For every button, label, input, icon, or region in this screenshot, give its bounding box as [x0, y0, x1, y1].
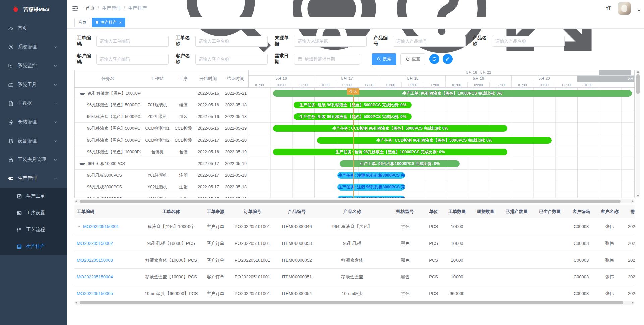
gantt-task-name: 96孔移液盒【黑色】5000PCS — [87, 111, 141, 123]
filter-label: 客户编码 — [77, 53, 94, 65]
work-order-link[interactable]: MO202205150003 — [77, 258, 113, 263]
tab-首页[interactable]: 首页 — [74, 18, 90, 27]
sidebar-item-label: 生产排产 — [26, 243, 45, 250]
sidebar-item-equipment[interactable]: 设备管理 — [0, 131, 67, 150]
sidebar-item-home[interactable]: 首页 — [0, 19, 67, 38]
gantt-cell-proc: 注塑 — [173, 170, 194, 181]
sidebar-item-system-monitor[interactable]: 系统监控 — [0, 56, 67, 75]
table-horizontal-scrollbar[interactable] — [74, 301, 635, 305]
gantt-bar-task[interactable]: 生产任务: 包装 96孔移液盒【黑色】10000PCS 完成比例: 0% — [273, 149, 508, 155]
refresh-gantt-button[interactable] — [429, 54, 439, 64]
breadcrumb-item[interactable]: 生产排产 — [128, 5, 147, 11]
gantt-bar-label: 生产工单: 96孔孔板10000PCS 完成比例: 0% — [360, 161, 440, 167]
filter-input[interactable] — [195, 36, 268, 47]
work-order-link[interactable]: MO202205150005 — [77, 291, 113, 296]
avatar[interactable] — [618, 2, 631, 15]
filter-input[interactable] — [96, 36, 169, 47]
scroll-up-arrow-icon[interactable] — [637, 71, 639, 73]
table-header-cell: 需求日期 — [624, 209, 635, 215]
image-icon — [17, 210, 22, 216]
row-expand-chevron-icon[interactable] — [77, 224, 81, 229]
edit-schedule-button[interactable] — [443, 54, 453, 64]
gantt-bar-label: 生产工单: 96孔移液盒【黑色】10000PCS 完成比例: 0% — [402, 91, 502, 96]
breadcrumb-item[interactable]: 首页 — [85, 5, 95, 11]
work-order-link[interactable]: MO202205150001 — [83, 224, 119, 229]
gantt-cell-end: 2022-05-18 — [223, 170, 249, 181]
task-name-text: 96孔移液盒【黑色】5000PCS — [87, 111, 141, 123]
tab-close-icon[interactable]: × — [119, 20, 122, 25]
table-cell: MO202205150001 — [74, 224, 141, 229]
filter-input[interactable] — [492, 36, 565, 47]
sidebar-collapse-icon[interactable] — [72, 5, 78, 12]
gantt-cell-start: 2022-05-16 — [194, 146, 223, 158]
sidebar-item-process-flow[interactable]: 工艺流程 — [0, 221, 67, 238]
sidebar-item-label: 首页 — [18, 25, 62, 31]
scroll-left-arrow-icon[interactable] — [75, 301, 77, 304]
sidebar-item-tooling[interactable]: 工装夹具管理 — [0, 150, 67, 169]
gantt-hour-label: 01:00 — [512, 82, 533, 88]
scroll-left-arrow-icon[interactable] — [75, 200, 77, 203]
gantt-bar-order[interactable]: 生产工单: 96孔孔板10000PCS 完成比例: 0% — [340, 160, 460, 167]
sidebar-item-system-admin[interactable]: 系统管理 — [0, 38, 67, 56]
work-order-link[interactable]: MO202205150004 — [77, 274, 113, 279]
sidebar-item-system-tools[interactable]: 系统工具 — [0, 75, 67, 94]
filter-input[interactable] — [96, 54, 169, 65]
tree-collapse-arrow-icon[interactable] — [79, 93, 85, 95]
sidebar-item-production[interactable]: 生产管理 — [0, 169, 67, 188]
table-cell: C00003 — [567, 274, 595, 279]
chevron-down-icon — [53, 139, 58, 143]
main-area: 首页/生产管理/生产排产 TT 首页生产排产× 工单编码工单名称来源单据产品编号… — [67, 0, 644, 325]
gantt-header: 任务名工作站工序开始时间结束时间 5月 16 - 5月 22 5月 165月 1… — [75, 70, 634, 88]
table-cell: C00003 — [567, 291, 595, 296]
sidebar-item-production-scheduling[interactable]: 生产排产 — [0, 238, 67, 255]
gantt-horizontal-scrollbar[interactable] — [74, 199, 635, 203]
table-header-row: 工单编码工单名称工单来源订单编号产品编号产品名称规格型号单位工单数量调整数量已排… — [74, 205, 635, 218]
gantt-bar-label: 生产任务: 包装 96孔移液盒【黑色】10000PCS 完成比例: 0% — [335, 149, 445, 155]
sidebar-item-process-settings[interactable]: 工序设置 — [0, 205, 67, 221]
gantt-bar-task[interactable]: 生产任务: CCD检测 96孔移液盒【黑色】5000PCS 完成比例: 0% — [273, 125, 508, 132]
gantt-row-grid — [249, 193, 634, 198]
date-placeholder: 请选择需求日期 — [305, 56, 335, 62]
scrollbar-thumb[interactable] — [636, 74, 640, 94]
gantt-cell-ws: Z02组装机 — [141, 111, 173, 123]
sidebar-item-warehouse[interactable]: 仓储管理 — [0, 113, 67, 131]
gantt-column-header: 工序 — [173, 76, 193, 82]
scrollbar-thumb[interactable] — [80, 200, 621, 203]
work-order-table: 工单编码工单名称工单来源订单编号产品编号产品名称规格型号单位工单数量调整数量已排… — [74, 205, 635, 301]
gantt-bar-selected[interactable]: 生产任务: 注塑 96孔孔板3000PCS 完成比例: 0% — [337, 184, 405, 191]
sidebar-item-work-order[interactable]: 生产工单 — [0, 188, 67, 205]
tree-collapse-arrow-icon[interactable] — [79, 163, 85, 165]
table-cell: 96孔移液盒【黑色】 — [319, 224, 386, 230]
toggle-icon — [8, 176, 14, 181]
reset-button[interactable]: 重置 — [400, 53, 425, 65]
filter-input[interactable] — [393, 36, 466, 47]
chevron-down-icon — [53, 45, 58, 49]
toolbox-icon — [8, 82, 14, 88]
gantt-vertical-scrollbar[interactable] — [636, 70, 640, 198]
breadcrumb-item[interactable]: 生产管理 — [102, 5, 121, 11]
gantt-cell-start: 2022-05-16 — [194, 88, 223, 99]
task-name-text: 96孔孔板10000PCS — [88, 158, 125, 170]
sidebar-item-label: 主数据 — [18, 100, 53, 106]
gantt-bar-selected[interactable]: 生产任务: 注塑 96孔孔板3000PCS 完成比例: 0% — [337, 196, 405, 198]
tab-生产排产[interactable]: 生产排产× — [92, 18, 125, 27]
sidebar-menu: 首页系统管理系统监控系统工具主数据仓储管理设备管理工装夹具管理生产管理生产工单工… — [0, 19, 67, 255]
work-order-link[interactable]: MO202205150002 — [77, 241, 113, 246]
sidebar-item-master-data[interactable]: 主数据 — [0, 94, 67, 113]
scroll-right-arrow-icon[interactable] — [632, 200, 634, 203]
demand-date-input[interactable]: 请选择需求日期 — [294, 54, 360, 65]
scroll-right-arrow-icon[interactable] — [632, 301, 634, 304]
table-cell: C00003 — [567, 258, 595, 263]
scrollbar-thumb[interactable] — [80, 301, 623, 304]
scroll-down-arrow-icon[interactable] — [637, 195, 639, 197]
filter-input[interactable] — [195, 54, 268, 65]
user-menu-caret-icon[interactable] — [637, 10, 641, 12]
filter-input[interactable] — [294, 36, 367, 47]
gantt-bar-selected[interactable]: 生产任务: 注塑 96孔孔板3000PCS 完成比例: 0% — [337, 172, 405, 179]
search-button[interactable]: 搜索 — [372, 53, 396, 65]
gantt-bar-task[interactable]: 生产任务: CCD检测 96孔移液盒【黑色】5000PCS 完成比例: 0% — [317, 137, 552, 144]
font-size-icon[interactable]: TT — [606, 5, 611, 12]
tab-label: 生产排产 — [101, 20, 117, 25]
gantt-row: 96孔移液盒【黑色】5000PCSZ01组装机组装2022-05-162022-… — [75, 99, 634, 111]
gantt-bar-order[interactable]: 生产工单: 96孔移液盒【黑色】10000PCS 完成比例: 0% — [273, 90, 632, 97]
